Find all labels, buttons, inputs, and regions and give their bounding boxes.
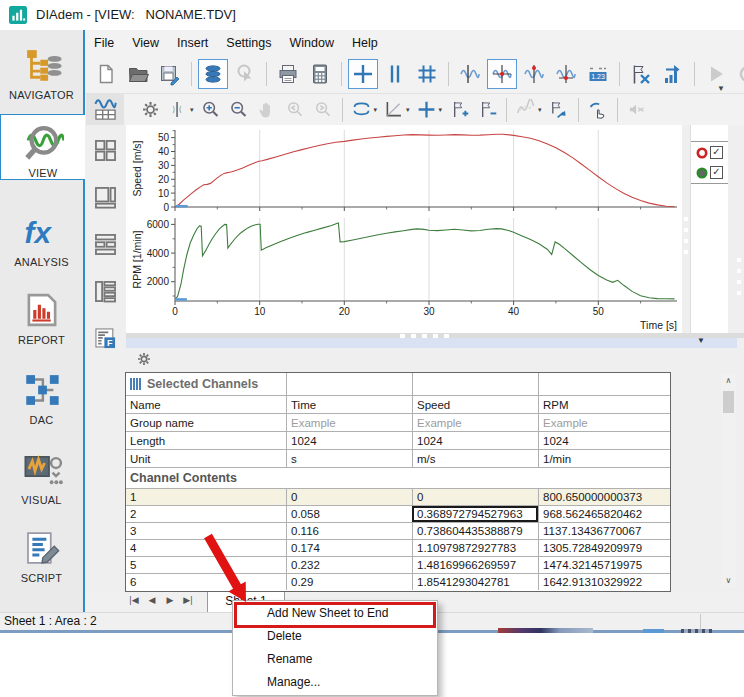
zoom-previous-button[interactable]: [282, 97, 308, 123]
curve-fit-button[interactable]: ▾: [513, 97, 544, 123]
header-cell[interactable]: [538, 373, 668, 395]
data-cell[interactable]: 1.48169966269597: [412, 557, 538, 573]
info-cell[interactable]: 1/min: [538, 450, 668, 467]
data-cell[interactable]: 0.368972794527963: [412, 506, 538, 522]
header-cell[interactable]: [286, 373, 412, 395]
legend-splitter[interactable]: [682, 125, 690, 333]
sidebar-item-navigator[interactable]: NAVIGATOR: [0, 44, 83, 101]
report-f-layout-button[interactable]: F: [92, 325, 119, 356]
rpm-channel-visible-checkbox[interactable]: ✓: [710, 166, 723, 179]
info-cell[interactable]: Speed: [412, 396, 538, 413]
data-to-report-button[interactable]: [658, 59, 688, 89]
data-cell[interactable]: 0: [286, 489, 412, 505]
legend-row-rpm-channel[interactable]: ✓: [691, 162, 728, 184]
zoom-out-button[interactable]: [226, 97, 252, 123]
print-button[interactable]: [273, 59, 303, 89]
menu-file[interactable]: File: [85, 36, 123, 50]
data-cell[interactable]: 0.738604435388879: [412, 523, 538, 539]
row-index[interactable]: 6: [126, 574, 286, 590]
scrollbar-thumb[interactable]: [723, 391, 734, 413]
row-index[interactable]: 5: [126, 557, 286, 573]
band-tool-button[interactable]: ▾: [349, 97, 380, 123]
dropdown-arrow-icon[interactable]: ▾: [538, 106, 542, 114]
info-cell[interactable]: 1024: [412, 432, 538, 449]
context-menu-item-rename[interactable]: Rename: [233, 648, 437, 671]
info-cell[interactable]: RPM: [538, 396, 668, 413]
collapsed-panel-bar[interactable]: ▼: [126, 338, 737, 348]
header-cell[interactable]: [412, 373, 538, 395]
menu-view[interactable]: View: [123, 36, 168, 50]
curve-vline-cursor-button[interactable]: [455, 59, 485, 89]
zoom-next-button[interactable]: [310, 97, 336, 123]
next-sheet-button[interactable]: ▶: [163, 595, 177, 605]
expand-panel-icon[interactable]: ▼: [697, 336, 705, 345]
menu-window[interactable]: Window: [280, 36, 342, 50]
sidebar-item-view[interactable]: VIEW: [0, 114, 85, 180]
replay-button[interactable]: [733, 59, 744, 89]
previous-sheet-button[interactable]: ◀: [145, 595, 159, 605]
info-cell[interactable]: 1024: [538, 432, 668, 449]
mute-button[interactable]: [624, 97, 650, 123]
table-settings-gear-icon[interactable]: [136, 351, 152, 367]
info-cell[interactable]: 1024: [286, 432, 412, 449]
band-cursor-button[interactable]: [380, 59, 410, 89]
dropdown-arrow-icon[interactable]: ▾: [406, 106, 410, 114]
save-document-button[interactable]: [155, 59, 185, 89]
data-cell[interactable]: 968.562465820462: [538, 506, 668, 522]
toolbar-overflow-icon[interactable]: ▼: [717, 84, 725, 93]
crosshair-tool-button[interactable]: ▾: [414, 97, 445, 123]
data-cell[interactable]: 0.058: [286, 506, 412, 522]
curve-table-mode-button[interactable]: [86, 94, 124, 125]
sidebar-item-script[interactable]: SCRIPT: [0, 527, 83, 584]
stack-view-button[interactable]: [198, 59, 228, 89]
info-cell[interactable]: s: [286, 450, 412, 467]
info-cell[interactable]: m/s: [412, 450, 538, 467]
row-index[interactable]: 1: [126, 489, 286, 505]
zoom-in-button[interactable]: [198, 97, 224, 123]
layout-stack-layout-button[interactable]: [92, 231, 119, 262]
settings-gear-button[interactable]: [137, 97, 163, 123]
curve-valley-cursor-button[interactable]: [551, 59, 581, 89]
sidebar-item-analysis[interactable]: fxANALYSIS: [0, 211, 83, 268]
data-cell[interactable]: 0.116: [286, 523, 412, 539]
first-sheet-button[interactable]: |◀: [127, 595, 141, 605]
layout-main-right-layout-button[interactable]: [92, 184, 119, 215]
row-index[interactable]: 3: [126, 523, 286, 539]
legend-row-speed-channel[interactable]: ✓: [691, 141, 728, 164]
cursor-config-button[interactable]: ▾: [165, 97, 196, 123]
play-button[interactable]: [701, 59, 731, 89]
table-scrollbar[interactable]: ∧ ∨: [721, 374, 736, 588]
pan-hand-button[interactable]: [254, 97, 280, 123]
data-cell[interactable]: 1305.72849209979: [538, 540, 668, 556]
data-cell[interactable]: 1474.32145719975: [538, 557, 668, 573]
scroll-up-icon[interactable]: ∧: [721, 374, 736, 388]
calculator-button[interactable]: [305, 59, 335, 89]
context-menu-item-delete[interactable]: Delete: [233, 625, 437, 648]
context-menu-item-add-new-sheet-to-end[interactable]: Add New Sheet to End: [233, 602, 437, 625]
data-cell[interactable]: 1642.91310329922: [538, 574, 668, 590]
curve-cross-cursor-button[interactable]: [487, 59, 517, 89]
data-cell[interactable]: 0.29: [286, 574, 412, 590]
remove-flag-button[interactable]: [474, 97, 500, 123]
menu-settings[interactable]: Settings: [217, 36, 280, 50]
data-cell[interactable]: 0.174: [286, 540, 412, 556]
open-file-button[interactable]: [123, 59, 153, 89]
data-cell[interactable]: 1.10979872927783: [412, 540, 538, 556]
axes-tool-button[interactable]: ▾: [381, 97, 412, 123]
row-index[interactable]: 4: [126, 540, 286, 556]
frame-cursor-button[interactable]: [412, 59, 442, 89]
data-cell[interactable]: 800.650000000373: [538, 489, 668, 505]
menu-insert[interactable]: Insert: [168, 36, 217, 50]
delete-flags-button[interactable]: [626, 59, 656, 89]
sidebar-item-report[interactable]: REPORT: [0, 289, 83, 346]
info-cell[interactable]: Time: [286, 396, 412, 413]
new-document-button[interactable]: [91, 59, 121, 89]
add-flag-button[interactable]: [446, 97, 472, 123]
info-cell[interactable]: Example: [286, 414, 412, 431]
data-cell[interactable]: 1.8541293042781: [412, 574, 538, 590]
speed-channel-visible-checkbox[interactable]: ✓: [710, 146, 723, 159]
sidebar-item-dac[interactable]: DAC: [0, 369, 83, 426]
touch-select-button[interactable]: [230, 59, 260, 89]
hand-select-button[interactable]: [585, 97, 611, 123]
chart-panel[interactable]: 01020304050Speed [m/s]200040006000010203…: [126, 125, 682, 333]
